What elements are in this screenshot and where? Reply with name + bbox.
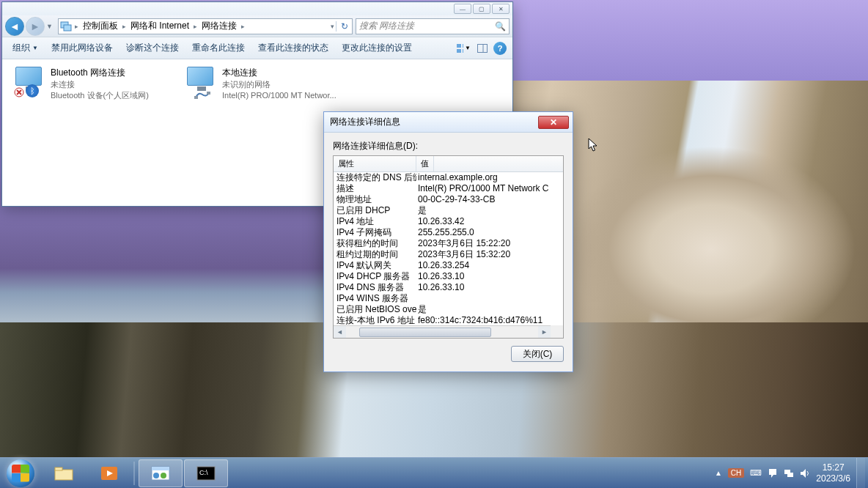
detail-value: 是 <box>416 304 563 315</box>
search-icon: 🔍 <box>495 21 506 32</box>
detail-row[interactable]: IPv4 地址10.26.33.42 <box>334 216 563 227</box>
detail-row[interactable]: IPv4 WINS 服务器 <box>334 293 563 304</box>
minimize-button[interactable]: — <box>454 4 471 14</box>
back-button[interactable]: ◄ <box>5 17 24 36</box>
svg-rect-9 <box>194 96 198 99</box>
dialog-titlebar[interactable]: 网络连接详细信息 ✕ <box>324 112 573 133</box>
action-center-icon[interactable] <box>768 468 778 478</box>
maximize-button[interactable]: ▢ <box>473 4 490 14</box>
ime-indicator[interactable]: CH <box>728 468 744 478</box>
search-placeholder: 搜索 网络连接 <box>359 20 414 32</box>
detail-row[interactable]: IPv4 DHCP 服务器10.26.33.10 <box>334 271 563 282</box>
detail-value: 10.26.33.254 <box>416 260 563 271</box>
tray-expand-icon[interactable]: ▲ <box>715 469 722 477</box>
preview-pane-button[interactable] <box>474 41 490 56</box>
connection-bluetooth[interactable]: ᛒ Bluetooth 网络连接 未连接 Bluetooth 设备(个人区域网) <box>15 67 169 195</box>
svg-point-17 <box>153 473 159 478</box>
detail-value: 2023年3月6日 15:32:20 <box>416 249 563 260</box>
list-header[interactable]: 属性 值 <box>334 156 563 172</box>
show-desktop-button[interactable] <box>856 458 865 489</box>
breadcrumb-item[interactable]: 网络和 Internet <box>128 20 192 32</box>
forward-button[interactable]: ► <box>26 17 45 36</box>
svg-rect-16 <box>152 467 169 470</box>
detail-row[interactable]: 已启用 DHCP是 <box>334 205 563 216</box>
detail-property: IPv4 WINS 服务器 <box>334 293 416 304</box>
disable-device-button[interactable]: 禁用此网络设备 <box>47 39 117 57</box>
search-input[interactable]: 搜索 网络连接 🔍 <box>356 18 510 34</box>
detail-value: 255.255.255.0 <box>416 227 563 238</box>
network-tray-icon[interactable] <box>784 468 794 478</box>
detail-value: fe80::314c:7324:b416:d476%11 <box>416 315 563 326</box>
history-dropdown[interactable]: ▼ <box>46 23 55 30</box>
volume-icon[interactable] <box>800 468 810 478</box>
svg-rect-5 <box>463 49 463 53</box>
detail-row[interactable]: 已启用 NetBIOS ove...是 <box>334 304 563 315</box>
start-button[interactable] <box>0 458 41 489</box>
organize-menu[interactable]: 组织▼ <box>8 39 43 57</box>
detail-row[interactable]: 连接-本地 IPv6 地址fe80::314c:7324:b416:d476%1… <box>334 315 563 326</box>
address-bar[interactable]: ▸ 控制面板 ▸ 网络和 Internet ▸ 网络连接 ▸ ▾ ↻ <box>58 18 353 34</box>
ime-tool-icon[interactable]: ⌨ <box>750 468 762 478</box>
help-button[interactable]: ? <box>493 42 507 55</box>
network-details-dialog: 网络连接详细信息 ✕ 网络连接详细信息(D): 属性 值 连接特定的 DNS 后… <box>323 111 573 372</box>
system-tray[interactable]: ▲ CH ⌨ 15:27 2023/3/6 <box>715 458 868 489</box>
clock-date: 2023/3/6 <box>816 473 850 484</box>
breadcrumb-item[interactable]: 网络连接 <box>199 20 240 32</box>
detail-row[interactable]: 获得租约的时间2023年3月6日 15:22:20 <box>334 238 563 249</box>
detail-property: 连接特定的 DNS 后缀 <box>334 172 416 183</box>
svg-rect-6 <box>478 44 488 52</box>
clock-time: 15:27 <box>816 462 850 473</box>
svg-rect-3 <box>463 44 463 48</box>
detail-property: IPv4 子网掩码 <box>334 227 416 238</box>
detail-row[interactable]: IPv4 DNS 服务器10.26.33.10 <box>334 282 563 293</box>
detail-row[interactable]: 租约过期的时间2023年3月6日 15:32:20 <box>334 249 563 260</box>
bluetooth-connection-icon: ᛒ <box>15 67 45 96</box>
rename-button[interactable]: 重命名此连接 <box>188 39 249 57</box>
detail-value: 10.26.33.10 <box>416 271 563 282</box>
breadcrumb-item[interactable]: 控制面板 <box>80 20 121 32</box>
detail-property: IPv4 地址 <box>334 216 416 227</box>
detail-row[interactable]: 连接特定的 DNS 后缀internal.example.org <box>334 172 563 183</box>
svg-rect-22 <box>787 473 793 477</box>
svg-rect-11 <box>55 470 73 480</box>
change-settings-button[interactable]: 更改此连接的设置 <box>337 39 416 57</box>
refresh-button[interactable]: ↻ <box>336 21 352 32</box>
detail-property: 获得租约的时间 <box>334 238 416 249</box>
scroll-corner <box>551 325 563 338</box>
view-options-button[interactable]: ▼ <box>455 41 471 56</box>
details-listview[interactable]: 属性 值 连接特定的 DNS 后缀internal.example.org描述I… <box>333 155 564 339</box>
diagnose-button[interactable]: 诊断这个连接 <box>122 39 183 57</box>
pinned-explorer[interactable] <box>42 459 86 487</box>
close-button[interactable]: ✕ <box>492 4 510 14</box>
header-value[interactable]: 值 <box>416 156 434 171</box>
detail-property: 物理地址 <box>334 194 416 205</box>
detail-value: Intel(R) PRO/1000 MT Network C <box>416 183 563 194</box>
connection-local[interactable]: 本地连接 未识别的网络 Intel(R) PRO/1000 MT Networ.… <box>187 67 341 195</box>
dialog-close-button[interactable]: ✕ <box>538 116 569 129</box>
detail-value <box>416 293 563 304</box>
pinned-player[interactable] <box>87 459 131 487</box>
detail-row[interactable]: 物理地址00-0C-29-74-33-CB <box>334 194 563 205</box>
scroll-right-arrow[interactable]: ► <box>538 326 551 339</box>
task-cmd-window[interactable]: C:\ <box>184 459 228 487</box>
horizontal-scrollbar[interactable]: ◄ ► <box>334 325 551 338</box>
detail-value: 是 <box>416 205 563 216</box>
svg-rect-12 <box>55 467 62 470</box>
header-property[interactable]: 属性 <box>334 156 416 171</box>
detail-row[interactable]: 描述Intel(R) PRO/1000 MT Network C <box>334 183 563 194</box>
taskbar[interactable]: C:\ ▲ CH ⌨ 15:27 2023/3/6 <box>0 457 868 488</box>
detail-property: 描述 <box>334 183 416 194</box>
connection-device: Bluetooth 设备(个人区域网) <box>51 90 149 101</box>
detail-row[interactable]: IPv4 默认网关10.26.33.254 <box>334 260 563 271</box>
detail-value: 00-0C-29-74-33-CB <box>416 194 563 205</box>
scroll-thumb[interactable] <box>359 328 491 337</box>
connection-device: Intel(R) PRO/1000 MT Networ... <box>222 90 336 101</box>
scroll-left-arrow[interactable]: ◄ <box>334 326 346 339</box>
window-titlebar[interactable]: — ▢ ✕ <box>2 2 512 15</box>
detail-row[interactable]: IPv4 子网掩码255.255.255.0 <box>334 227 563 238</box>
view-status-button[interactable]: 查看此连接的状态 <box>254 39 333 57</box>
close-button[interactable]: 关闭(C) <box>511 346 564 362</box>
taskbar-clock[interactable]: 15:27 2023/3/6 <box>816 462 850 484</box>
task-explorer-window[interactable] <box>139 459 183 487</box>
navigation-bar: ◄ ► ▼ ▸ 控制面板 ▸ 网络和 Internet ▸ 网络连接 ▸ ▾ ↻… <box>2 15 512 37</box>
